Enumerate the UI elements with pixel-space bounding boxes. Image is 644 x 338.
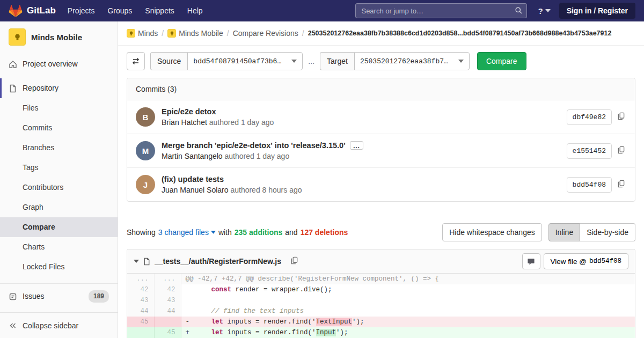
new-line-number[interactable]: 45	[154, 327, 181, 338]
diff-table: ... ... @@ -42,7 +42,7 @@ describe('Regi…	[127, 274, 635, 338]
new-line-number[interactable]: ...	[154, 274, 181, 284]
target-dropdown[interactable]: 250352012762eaa38fb7…	[354, 52, 470, 70]
commit-sha-link[interactable]: dbf49e82	[567, 109, 612, 125]
sidebar-item-compare[interactable]: Compare	[0, 217, 118, 237]
nav-snippets[interactable]: Snippets	[138, 0, 180, 21]
target-value: 250352012762eaa38fb7…	[360, 57, 448, 65]
gitlab-home-link[interactable]: GitLab	[9, 4, 56, 18]
source-value: bdd54f08791450af73b6…	[193, 57, 281, 65]
hide-whitespace-button[interactable]: Hide whitespace changes	[442, 223, 542, 241]
sidebar-item-label: Repository	[23, 83, 58, 94]
breadcrumb-project-link[interactable]: Minds Mobile	[167, 29, 223, 38]
diff-context-row: 43 43	[127, 295, 635, 306]
commit-author-link[interactable]: Juan Manuel Solaro	[162, 186, 229, 194]
gitlab-tanuki-icon	[9, 4, 23, 18]
clipboard-icon	[617, 180, 625, 188]
sidebar-item-graph[interactable]: Graph	[0, 197, 118, 217]
commit-author-link[interactable]: Brian Hatchet	[162, 118, 207, 127]
primary-nav: Projects Groups Snippets Help	[61, 0, 209, 21]
diff-hunk-row: ... ... @@ -42,7 +42,7 @@ describe('Regi…	[127, 274, 635, 284]
diff-file-card: __tests__/auth/RegisterFormNew.js View f…	[127, 249, 635, 338]
sidebar-item-project-overview[interactable]: Project overview	[0, 54, 118, 74]
swap-revisions-button[interactable]	[127, 52, 145, 70]
copy-file-path-button[interactable]	[289, 255, 299, 267]
project-name: Minds Mobile	[31, 33, 82, 42]
sidebar-item-label: Issues	[23, 291, 44, 302]
sidebar-item-files[interactable]: Files	[0, 98, 118, 118]
new-line-number[interactable]: 44	[154, 306, 181, 317]
comment-icon	[527, 258, 535, 266]
issues-icon	[9, 292, 17, 301]
diff-deleted-row: 45 - let inputs = render.find('TextInput…	[127, 317, 635, 327]
collapse-sidebar-button[interactable]: Collapse sidebar	[0, 312, 118, 338]
commit-sha-link[interactable]: bdd54f08	[567, 177, 612, 193]
collapse-diff-caret[interactable]	[134, 260, 139, 263]
with-label: with	[218, 228, 232, 237]
breadcrumb-page-label: Compare Revisions	[233, 29, 298, 38]
commits-card: Commits (3) B Epic/e2e detox Brian Hatch…	[127, 78, 635, 202]
commit-title-link[interactable]: Merge branch 'epic/e2e-detox' into 'rele…	[162, 141, 346, 150]
breadcrumb: Minds / Minds Mobile / Compare Revisions…	[118, 21, 644, 46]
new-line-number[interactable]: 43	[154, 295, 181, 306]
group-avatar-icon	[127, 29, 135, 38]
sidebar-item-locked-files[interactable]: Locked Files	[0, 257, 118, 277]
sidebar-item-repository[interactable]: Repository	[0, 78, 118, 98]
sidebar-project-header[interactable]: Minds Mobile	[0, 21, 118, 51]
target-input-group: Target 250352012762eaa38fb7…	[320, 52, 470, 70]
changed-files-dropdown[interactable]: 3 changed files	[158, 228, 216, 237]
sidebar-item-commits[interactable]: Commits	[0, 118, 118, 138]
sidebar-divider	[0, 283, 118, 284]
file-icon	[143, 258, 151, 266]
search-input[interactable]	[355, 3, 527, 18]
breadcrumb-separator: /	[162, 29, 164, 38]
toggle-comments-button[interactable]	[522, 253, 540, 269]
code-line	[181, 295, 635, 306]
copy-sha-button[interactable]	[616, 145, 626, 157]
old-line-number[interactable]: 43	[127, 295, 154, 306]
breadcrumb-page-link[interactable]: Compare Revisions	[233, 29, 298, 38]
copy-sha-button[interactable]	[616, 111, 626, 123]
sign-in-button[interactable]: Sign in / Register	[559, 3, 635, 19]
diff-view-toggle: Inline Side-by-side	[548, 223, 635, 241]
commit-author-link[interactable]: Martin Santangelo	[162, 152, 223, 160]
code-line: - let inputs = render.find('TextInput');	[181, 317, 635, 327]
nav-projects[interactable]: Projects	[61, 0, 101, 21]
sidebar-item-branches[interactable]: Branches	[0, 138, 118, 158]
copy-sha-button[interactable]	[616, 179, 626, 190]
breadcrumb-current-sha-range: 250352012762eaa38fb7b38388c6cd1d0203d858…	[308, 30, 612, 37]
side-by-side-view-button[interactable]: Side-by-side	[580, 223, 635, 241]
old-line-number[interactable]: 42	[127, 284, 154, 295]
deletions-count: 127 deletions	[301, 228, 348, 237]
old-line-number[interactable]	[127, 327, 154, 338]
compare-button[interactable]: Compare	[477, 52, 526, 70]
nav-groups[interactable]: Groups	[101, 0, 138, 21]
home-icon	[9, 60, 17, 69]
sidebar-item-contributors[interactable]: Contributors	[0, 178, 118, 197]
commit-sha-link[interactable]: e1551452	[567, 143, 612, 159]
question-icon: ?	[538, 6, 543, 16]
code-line: + let inputs = render.find('Input');	[181, 327, 635, 338]
sidebar-item-charts[interactable]: Charts	[0, 237, 118, 257]
old-line-number[interactable]: 44	[127, 306, 154, 317]
inline-view-button[interactable]: Inline	[548, 223, 580, 241]
source-input-group: Source bdd54f08791450af73b6…	[150, 52, 303, 70]
project-avatar-icon	[167, 29, 176, 38]
source-dropdown[interactable]: bdd54f08791450af73b6…	[187, 52, 303, 70]
help-dropdown[interactable]: ?	[538, 6, 550, 16]
new-line-number[interactable]: 42	[154, 284, 181, 295]
double-chevron-left-icon	[9, 321, 17, 330]
diff-file-name[interactable]: __tests__/auth/RegisterFormNew.js	[155, 257, 281, 266]
breadcrumb-group-link[interactable]: Minds	[127, 29, 158, 38]
top-navbar: GitLab Projects Groups Snippets Help ? S…	[0, 0, 644, 21]
expand-commit-description-button[interactable]: …	[350, 141, 363, 150]
new-line-number[interactable]	[154, 317, 181, 327]
view-file-button[interactable]: View file @ bdd54f08	[544, 253, 629, 269]
old-line-number[interactable]: ...	[127, 274, 154, 284]
commit-title-link[interactable]: (fix) update tests	[162, 175, 224, 183]
old-line-number[interactable]: 45	[127, 317, 154, 327]
nav-help[interactable]: Help	[181, 0, 209, 21]
sidebar-item-issues[interactable]: Issues 189	[0, 286, 118, 307]
changed-files-label: 3 changed files	[158, 228, 209, 237]
commit-title-link[interactable]: Epic/e2e detox	[162, 107, 216, 116]
sidebar-item-tags[interactable]: Tags	[0, 158, 118, 178]
